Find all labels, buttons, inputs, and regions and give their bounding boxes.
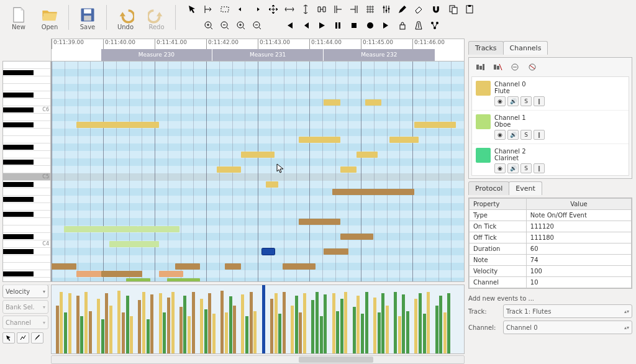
velocity-bar[interactable] xyxy=(275,293,278,353)
velocity-bar[interactable] xyxy=(80,316,83,354)
velocity-bar[interactable] xyxy=(373,298,376,353)
tab-channels[interactable]: Channels xyxy=(503,41,548,55)
midi-note[interactable] xyxy=(76,122,159,128)
tune-icon[interactable] xyxy=(379,2,393,16)
velocity-bar[interactable] xyxy=(200,299,203,353)
velocity-bar[interactable] xyxy=(89,311,92,353)
velocity-bar[interactable] xyxy=(101,319,104,353)
midi-note[interactable] xyxy=(414,122,455,128)
property-row[interactable]: Duration60 xyxy=(470,243,632,255)
velocity-bar[interactable] xyxy=(179,307,183,353)
midi-note[interactable] xyxy=(324,248,348,255)
audible-toggle-icon[interactable]: 🔊 xyxy=(507,96,519,106)
timeline-ruler[interactable]: 0:11:39.000:11:40.000:11:41.000:11:42.00… xyxy=(51,39,465,61)
show-all-icon[interactable] xyxy=(474,61,486,73)
property-row[interactable]: TypeNote On/Off Event xyxy=(470,210,632,221)
velocity-bar[interactable] xyxy=(344,292,347,353)
velocity-bar[interactable] xyxy=(447,293,450,353)
midi-note[interactable] xyxy=(167,278,200,282)
midi-note[interactable] xyxy=(324,99,340,106)
velocity-bar[interactable] xyxy=(324,294,327,353)
velocity-bar[interactable] xyxy=(225,312,228,353)
visible-toggle-icon[interactable]: ◉ xyxy=(494,163,506,173)
tab-tracks[interactable]: Tracks xyxy=(468,41,504,55)
zoom-in-h-icon[interactable] xyxy=(202,19,216,32)
audible-toggle-icon[interactable]: 🔊 xyxy=(507,130,519,140)
velocity-bar[interactable] xyxy=(250,292,253,353)
skip-start-icon[interactable] xyxy=(283,19,296,32)
property-value[interactable]: 111120 xyxy=(526,221,631,232)
horizontal-scrollbar[interactable] xyxy=(51,355,465,364)
zoom-in-v-icon[interactable] xyxy=(234,19,248,32)
midi-note[interactable] xyxy=(101,271,142,277)
lock-icon[interactable] xyxy=(396,19,409,32)
velocity-bar[interactable] xyxy=(394,292,397,353)
velocity-bar[interactable] xyxy=(147,319,150,353)
velocity-bar[interactable] xyxy=(283,292,286,353)
resize-v-icon[interactable] xyxy=(299,2,312,16)
velocity-bar[interactable] xyxy=(220,291,224,353)
midi-note[interactable] xyxy=(283,263,316,270)
pointer-tool-icon[interactable] xyxy=(186,2,199,16)
stretch-icon[interactable] xyxy=(315,2,329,16)
midi-note[interactable] xyxy=(340,166,357,173)
velocity-bar[interactable] xyxy=(253,311,257,353)
visible-toggle-icon[interactable]: ◉ xyxy=(494,96,506,106)
paste-icon[interactable] xyxy=(463,2,476,16)
mute-button[interactable]: ∥ xyxy=(534,163,545,173)
velocity-bar[interactable] xyxy=(311,300,314,353)
midi-note[interactable] xyxy=(225,263,242,270)
midi-note[interactable] xyxy=(340,234,373,240)
velocity-bar[interactable] xyxy=(159,293,162,353)
velocity-bar[interactable] xyxy=(64,312,67,353)
velocity-bar[interactable] xyxy=(353,307,356,353)
piano-keyboard[interactable]: C6C5C4 xyxy=(2,61,51,282)
velocity-bar[interactable] xyxy=(378,312,381,353)
solo-button[interactable]: S xyxy=(520,96,532,106)
midi-note[interactable] xyxy=(126,278,151,282)
midi-note[interactable] xyxy=(332,189,415,195)
velocity-bar[interactable] xyxy=(443,312,447,353)
velocity-bar[interactable] xyxy=(365,292,368,353)
skip-end-icon[interactable] xyxy=(379,19,393,32)
undo-button[interactable]: Undo xyxy=(112,2,139,34)
midi-note[interactable] xyxy=(159,271,184,277)
velocity-bar[interactable] xyxy=(84,292,88,353)
velocity-bar[interactable] xyxy=(439,296,442,354)
velocity-bar[interactable] xyxy=(262,285,265,353)
midi-note[interactable] xyxy=(266,181,278,188)
line-tool-icon[interactable] xyxy=(17,332,29,344)
velocity-bar[interactable] xyxy=(406,311,409,353)
grid-icon[interactable] xyxy=(363,2,377,16)
velocity-bar[interactable] xyxy=(435,306,438,353)
mute-all-icon[interactable] xyxy=(509,61,521,73)
record-icon[interactable] xyxy=(363,19,377,32)
velocity-bar[interactable] xyxy=(56,306,59,353)
velocity-bar[interactable] xyxy=(150,294,153,353)
midi-note[interactable] xyxy=(52,263,76,270)
velocity-bar[interactable] xyxy=(278,314,281,353)
move-tool-icon[interactable] xyxy=(266,2,280,16)
midi-note[interactable] xyxy=(109,241,159,247)
velocity-bar[interactable] xyxy=(361,314,364,353)
velocity-bar[interactable] xyxy=(316,292,319,353)
velocity-bar[interactable] xyxy=(142,292,145,353)
velocity-bar[interactable] xyxy=(303,293,306,353)
copy-icon[interactable] xyxy=(447,2,460,16)
stop-icon[interactable] xyxy=(347,19,361,32)
align-right-icon[interactable] xyxy=(250,2,264,16)
tab-protocol[interactable]: Protocol xyxy=(468,181,509,195)
bank-select-combo[interactable]: Bank Sel.▾ xyxy=(2,300,48,314)
property-row[interactable]: Channel10 xyxy=(470,277,632,288)
velocity-bar[interactable] xyxy=(188,316,191,354)
select-left-icon[interactable] xyxy=(202,2,216,16)
pause-icon[interactable] xyxy=(331,19,345,32)
property-value[interactable]: 100 xyxy=(526,266,631,277)
track-combo[interactable]: Track 1: Flutes▴▾ xyxy=(503,304,632,318)
channel-item[interactable]: Channel 0 Flute ◉ 🔊 S ∥ xyxy=(472,77,629,111)
select-range-icon[interactable] xyxy=(218,2,232,16)
velocity-bar[interactable] xyxy=(357,296,360,354)
velocity-bar[interactable] xyxy=(295,296,298,354)
midi-note[interactable] xyxy=(76,271,101,277)
draw-tool-icon[interactable] xyxy=(31,332,43,344)
